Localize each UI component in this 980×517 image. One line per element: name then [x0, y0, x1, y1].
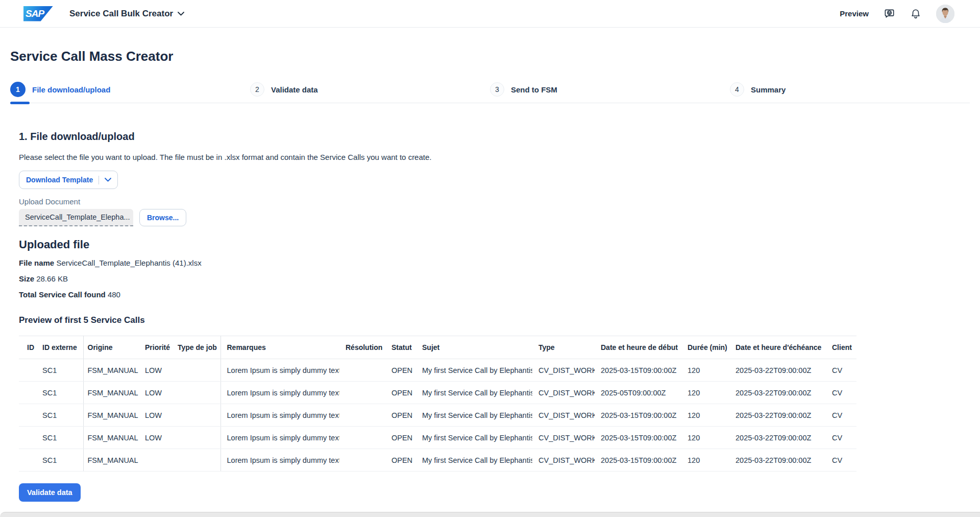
table-header-row: IDID externeOriginePrioritéType de jobRe…: [19, 336, 856, 359]
step-label: Validate data: [271, 85, 318, 94]
table-cell: My first Service Call by Elephantis: [416, 404, 532, 427]
table-cell: [339, 359, 385, 382]
file-size-line: Size 28.66 KB: [19, 274, 970, 284]
table-cell: LOW: [139, 427, 174, 449]
column-header: ID externe: [36, 336, 83, 359]
table-cell: [174, 404, 220, 427]
user-avatar[interactable]: [936, 5, 954, 23]
column-header: Sujet: [416, 336, 532, 359]
table-cell: CV: [826, 359, 856, 382]
support-icon[interactable]: [883, 8, 895, 20]
column-header: Client: [826, 336, 856, 359]
page-title: Service Call Mass Creator: [10, 48, 970, 64]
table-cell: 2025-03-22T09:00:00Z: [729, 427, 826, 449]
column-header: Type de job: [174, 336, 220, 359]
step-number: 4: [730, 82, 744, 97]
table-cell: 120: [681, 427, 729, 449]
table-row[interactable]: SC1FSM_MANUALLOWLorem Ipsum is simply du…: [19, 359, 856, 382]
table-cell: OPEN: [385, 359, 416, 382]
wizard-step-validate-data[interactable]: 2 Validate data: [250, 82, 490, 97]
table-cell: My first Service Call by Elephantis: [416, 427, 532, 449]
wizard-step-file-download-upload[interactable]: 1 File download/upload: [10, 82, 250, 97]
sap-logo-text: SAP: [23, 6, 44, 21]
preview-button[interactable]: Preview: [840, 9, 869, 18]
table-cell: [339, 449, 385, 472]
browse-button[interactable]: Browse...: [139, 209, 186, 226]
total-service-call-value: 480: [108, 290, 120, 299]
table-cell: 120: [681, 359, 729, 382]
file-size-label: Size: [19, 274, 34, 283]
table-cell: Lorem Ipsum is simply dummy text: [220, 449, 339, 472]
table-cell: My first Service Call by Elephantis: [416, 359, 532, 382]
table-cell: My first Service Call by Elephantis: [416, 382, 532, 404]
validate-data-button[interactable]: Validate data: [19, 483, 81, 502]
column-header: Priorité: [139, 336, 174, 359]
notifications-icon[interactable]: [910, 8, 922, 20]
page: Service Call Mass Creator 1 File downloa…: [0, 48, 980, 502]
table-cell: 2025-03-22T09:00:00Z: [729, 382, 826, 404]
table-cell: SC1: [36, 449, 83, 472]
column-header: Date et heure d'échéance: [729, 336, 826, 359]
file-input[interactable]: ServiceCall_Template_Elepha...: [19, 209, 133, 226]
table-cell: 2025-03-22T09:00:00Z: [729, 359, 826, 382]
table-cell: SC1: [36, 359, 83, 382]
table-cell: CV: [826, 427, 856, 449]
table-cell: 120: [681, 449, 729, 472]
file-size-value: 28.66 KB: [36, 274, 68, 283]
preview-table-body: SC1FSM_MANUALLOWLorem Ipsum is simply du…: [19, 359, 856, 472]
table-cell: SC1: [36, 382, 83, 404]
step-label: Send to FSM: [511, 85, 557, 94]
table-cell: LOW: [139, 404, 174, 427]
table-row[interactable]: SC1FSM_MANUALLOWLorem Ipsum is simply du…: [19, 404, 856, 427]
table-cell: FSM_MANUAL: [83, 382, 139, 404]
table-cell: CV_DIST_WORK: [532, 359, 595, 382]
table-row[interactable]: SC1FSM_MANUALLorem Ipsum is simply dummy…: [19, 449, 856, 472]
app-title-label: Service Call Bulk Creator: [69, 9, 173, 19]
app-title-menu[interactable]: Service Call Bulk Creator: [69, 9, 184, 19]
preview-table: IDID externeOriginePrioritéType de jobRe…: [19, 336, 856, 472]
table-cell: CV_DIST_WORK: [532, 404, 595, 427]
table-cell: Lorem Ipsum is simply dummy text: [220, 404, 339, 427]
button-separator: [99, 176, 99, 184]
download-template-button[interactable]: Download Template: [19, 171, 118, 189]
wizard-step-summary[interactable]: 4 Summary: [730, 82, 970, 97]
chevron-down-icon: [178, 12, 184, 16]
file-name-label: File name: [19, 258, 54, 267]
column-header: Remarques: [220, 336, 339, 359]
file-name-value: ServiceCall_Template_Elephantis (41).xls…: [56, 258, 201, 267]
shell-bar: SAP Service Call Bulk Creator Preview: [0, 0, 980, 28]
table-cell: 120: [681, 404, 729, 427]
preview-table-heading: Preview of first 5 Service Calls: [19, 315, 970, 326]
step-label: Summary: [751, 85, 786, 94]
step-number: 3: [490, 82, 504, 97]
table-row[interactable]: SC1FSM_MANUALLOWLorem Ipsum is simply du…: [19, 382, 856, 404]
table-cell: [339, 427, 385, 449]
table-cell: [339, 382, 385, 404]
table-cell: 2025-03-22T09:00:00Z: [729, 404, 826, 427]
table-cell: FSM_MANUAL: [83, 359, 139, 382]
table-cell: [339, 404, 385, 427]
upload-instructions: Please select the file you want to uploa…: [19, 152, 970, 162]
table-cell: LOW: [139, 382, 174, 404]
table-cell: OPEN: [385, 382, 416, 404]
table-cell: CV_DIST_WORK: [532, 427, 595, 449]
table-cell: OPEN: [385, 404, 416, 427]
table-cell: FSM_MANUAL: [83, 449, 139, 472]
table-cell: 120: [681, 382, 729, 404]
table-cell: OPEN: [385, 449, 416, 472]
step-number: 1: [10, 82, 26, 97]
step-content: 1. File download/upload Please select th…: [10, 130, 970, 502]
table-cell: SC1: [36, 404, 83, 427]
total-service-call-label: Total Service Call found: [19, 290, 106, 299]
wizard-step-send-to-fsm[interactable]: 3 Send to FSM: [490, 82, 730, 97]
table-row[interactable]: SC1FSM_MANUALLOWLorem Ipsum is simply du…: [19, 427, 856, 449]
shell-right-group: Preview: [840, 5, 954, 23]
table-cell: Lorem Ipsum is simply dummy text: [220, 427, 339, 449]
column-header: Statut: [385, 336, 416, 359]
table-cell: 2025-03-15T09:00:00Z: [595, 427, 681, 449]
chevron-down-icon[interactable]: [105, 178, 111, 182]
table-cell: CV: [826, 449, 856, 472]
column-header: Origine: [83, 336, 139, 359]
table-cell: FSM_MANUAL: [83, 427, 139, 449]
column-header: Type: [532, 336, 595, 359]
